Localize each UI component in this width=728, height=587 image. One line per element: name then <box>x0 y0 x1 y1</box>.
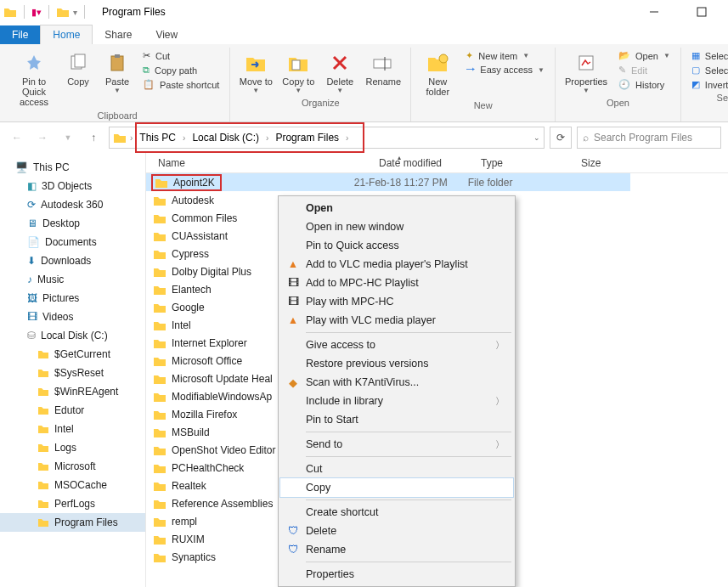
new-item-button[interactable]: ✦New item ▼ <box>462 49 548 62</box>
ctx-send-to[interactable]: Send to〉 <box>280 435 513 454</box>
cut-button[interactable]: ✂Cut <box>139 49 223 62</box>
copy-icon <box>66 51 90 75</box>
tree-music[interactable]: ♪Music <box>0 270 145 289</box>
sort-indicator-icon: ▴ <box>398 154 401 161</box>
ctx-pin-quick-access[interactable]: Pin to Quick access <box>280 236 513 255</box>
ctx-open[interactable]: Open <box>280 199 513 217</box>
svg-rect-4 <box>111 56 123 71</box>
list-item[interactable]: Apoint2K21-Feb-18 11:27 PMFile folder <box>146 173 630 191</box>
ctx-create-shortcut[interactable]: Create shortcut <box>280 503 513 522</box>
objects3d-icon: ◧ <box>27 180 37 192</box>
rename-button[interactable]: Rename <box>363 49 404 88</box>
folder-icon <box>37 368 49 378</box>
tree-pictures[interactable]: 🖼Pictures <box>0 289 145 308</box>
tree-msocache[interactable]: MSOCache <box>0 476 145 494</box>
tab-view[interactable]: View <box>144 25 189 44</box>
search-box[interactable]: ⌕ Search Program Files <box>577 127 721 149</box>
properties-button[interactable]: Properties▼ <box>562 49 610 96</box>
tab-home[interactable]: Home <box>40 25 93 44</box>
tab-file[interactable]: File <box>0 25 40 44</box>
tree-program-files[interactable]: Program Files <box>0 513 145 532</box>
ctx-delete[interactable]: 🛡Delete <box>280 522 513 540</box>
easy-access-button[interactable]: ⭢Easy access ▼ <box>462 64 548 76</box>
ctx-scan-k7[interactable]: ◆Scan with K7AntiVirus... <box>280 373 513 392</box>
paste-shortcut-button[interactable]: 📋Paste shortcut <box>139 78 223 91</box>
mpc-icon: 🎞 <box>285 277 301 289</box>
address-bar[interactable]: › This PC › Local Disk (C:) › Program Fi… <box>109 127 545 149</box>
new-folder-button[interactable]: New folder <box>418 49 457 99</box>
pin-to-quick-access-button[interactable]: Pin to Quick access <box>12 49 56 109</box>
select-all-button[interactable]: ▦Select all <box>688 49 728 62</box>
tree-downloads[interactable]: ⬇Downloads <box>0 251 145 270</box>
address-dropdown-button[interactable]: ⌄ <box>533 133 540 142</box>
recent-locations-button[interactable]: ▼ <box>58 127 78 148</box>
invert-selection-button[interactable]: ◩Invert selection <box>688 78 728 91</box>
ctx-open-new-window[interactable]: Open in new window <box>280 217 513 236</box>
select-none-icon: ▢ <box>691 65 700 76</box>
breadcrumb-program-files[interactable]: Program Files <box>272 132 342 144</box>
tree-local-disk[interactable]: ⛁Local Disk (C:) <box>0 326 145 345</box>
tree-this-pc[interactable]: 🖥️This PC <box>0 158 145 177</box>
ctx-restore-previous[interactable]: Restore previous versions <box>280 354 513 373</box>
forward-button[interactable]: → <box>32 127 53 148</box>
paste-button[interactable]: Paste ▼ <box>100 49 134 96</box>
move-to-button[interactable]: Move to▼ <box>237 49 274 96</box>
ctx-give-access-to[interactable]: Give access to〉 <box>280 336 513 354</box>
open-button[interactable]: 📂Open ▼ <box>615 49 674 62</box>
tree-microsoft[interactable]: Microsoft <box>0 457 145 476</box>
up-button[interactable]: ↑ <box>83 127 104 148</box>
tree-logs[interactable]: Logs <box>0 438 145 457</box>
ctx-copy[interactable]: Copy <box>280 478 513 497</box>
refresh-button[interactable]: ⟳ <box>550 127 572 149</box>
svg-rect-10 <box>579 56 593 70</box>
breadcrumb-local-disk[interactable]: Local Disk (C:) <box>189 132 262 144</box>
tree-perflogs[interactable]: PerfLogs <box>0 494 145 513</box>
tree-videos[interactable]: 🎞Videos <box>0 308 145 326</box>
history-button[interactable]: 🕘History <box>615 78 674 91</box>
tree-documents[interactable]: 📄Documents <box>0 233 145 251</box>
back-button[interactable]: ← <box>7 127 27 148</box>
tree-sysreset[interactable]: $SysReset <box>0 364 145 382</box>
tree-desktop[interactable]: 🖥Desktop <box>0 214 145 233</box>
select-none-button[interactable]: ▢Select none <box>688 64 728 76</box>
ribbon-group-organize: Move to▼ Copy to▼ Delete▼ Rename Organiz… <box>230 48 411 121</box>
delete-button[interactable]: Delete▼ <box>322 49 358 96</box>
ribbon-tabs: File Home Share View <box>0 24 728 44</box>
column-type[interactable]: Type <box>474 157 574 169</box>
column-date[interactable]: Date modified <box>372 157 474 169</box>
column-name[interactable]: Name <box>151 157 372 169</box>
tree-intel[interactable]: Intel <box>0 420 145 438</box>
tree-autodesk360[interactable]: ⟳Autodesk 360 <box>0 195 145 214</box>
tree-winreagent[interactable]: $WinREAgent <box>0 382 145 401</box>
edit-button[interactable]: ✎Edit <box>615 64 674 76</box>
ctx-include-library[interactable]: Include in library〉 <box>280 392 513 410</box>
desktop-icon: 🖥 <box>27 217 37 229</box>
tab-share[interactable]: Share <box>93 25 144 44</box>
copy-button[interactable]: Copy <box>61 49 95 88</box>
quick-access-toggle-icon[interactable]: ▮▾ <box>31 7 42 18</box>
scissors-icon: ✂ <box>143 50 150 61</box>
tree-getcurrent[interactable]: $GetCurrent <box>0 345 145 364</box>
copy-to-button[interactable]: Copy to▼ <box>279 49 317 96</box>
ctx-cut[interactable]: Cut <box>280 460 513 478</box>
breadcrumb-this-pc[interactable]: This PC <box>136 132 179 144</box>
paste-shortcut-icon: 📋 <box>143 79 155 90</box>
copy-path-button[interactable]: ⧉Copy path <box>139 64 223 76</box>
column-size[interactable]: Size <box>574 157 642 169</box>
folder-icon <box>37 424 49 434</box>
ctx-add-vlc-playlist[interactable]: ▲Add to VLC media player's Playlist <box>280 255 513 274</box>
ctx-play-mpc[interactable]: 🎞Play with MPC-HC <box>280 292 513 311</box>
k7-icon: ◆ <box>285 376 301 389</box>
ctx-pin-start[interactable]: Pin to Start <box>280 410 513 429</box>
ctx-properties[interactable]: Properties <box>280 565 513 584</box>
maximize-button[interactable] <box>687 3 716 21</box>
tree-3d-objects[interactable]: ◧3D Objects <box>0 177 145 195</box>
ctx-play-vlc[interactable]: ▲Play with VLC media player <box>280 311 513 330</box>
ctx-add-mpc-playlist[interactable]: 🎞Add to MPC-HC Playlist <box>280 274 513 292</box>
minimize-button[interactable] <box>640 3 669 21</box>
ctx-rename[interactable]: 🛡Rename <box>280 540 513 559</box>
ribbon: Pin to Quick access Copy Paste ▼ ✂Cut ⧉C… <box>0 44 728 122</box>
delete-icon <box>328 51 352 75</box>
tree-edutor[interactable]: Edutor <box>0 401 145 420</box>
folder-icon <box>3 6 17 18</box>
